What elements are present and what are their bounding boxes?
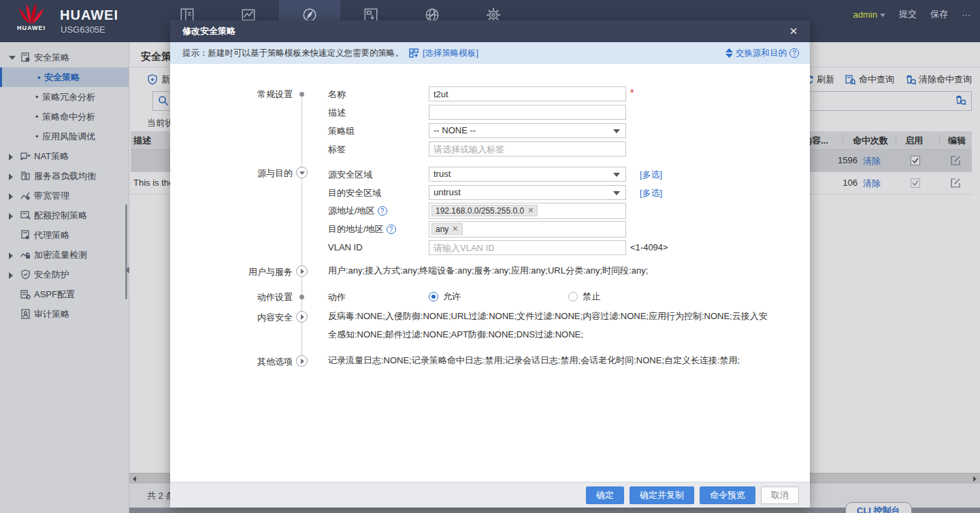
dst-addr-tag-input[interactable]: any✕: [429, 221, 626, 237]
huawei-flower-icon: [16, 3, 46, 24]
save-button[interactable]: 保存: [930, 8, 948, 20]
chevron-down-icon: [613, 191, 620, 195]
dialog-body: 常规设置 名称 * 描述 策略组 -- NONE -- 标签 源与目的 源安全区…: [170, 64, 810, 482]
dialog-hint-bar: 提示：新建时可以基于策略模板来快速定义您需要的策略。 [选择策略模板] 交换源和…: [170, 42, 810, 64]
section-dot-icon: [299, 295, 304, 299]
help-icon[interactable]: ?: [378, 206, 387, 216]
brand-name: HUAWEI: [60, 7, 118, 23]
chevron-down-icon: [299, 171, 305, 175]
submit-button[interactable]: 提交: [899, 8, 917, 20]
swap-source-dest-link[interactable]: 交换源和目的: [736, 48, 787, 59]
section-other-options: 其他选项: [184, 356, 293, 368]
vlan-label: VLAN ID: [328, 242, 363, 252]
dialog-footer: 确定 确定并复制 命令预览 取消: [170, 482, 810, 508]
address-chip: 192.168.0.0/255.255.0.0✕: [431, 205, 538, 216]
vlan-input[interactable]: [429, 240, 626, 255]
action-deny-label: 禁止: [583, 291, 600, 303]
select-template-link[interactable]: [选择策略模板]: [423, 48, 478, 59]
collapse-toggle-collapsed[interactable]: [296, 311, 308, 322]
dst-addr-label-text: 目的地址/地区: [328, 223, 384, 235]
chip-label: 192.168.0.0/255.255.0.0: [436, 206, 524, 216]
remove-chip-icon[interactable]: ✕: [527, 206, 534, 215]
src-addr-label: 源地址/地区 ?: [328, 205, 387, 217]
other-options-summary: 记录流量日志:NONE;记录策略命中日志:禁用;记录会话日志:禁用;会话老化时间…: [328, 351, 770, 369]
huawei-logo: HUAWEI: [10, 3, 53, 41]
chevron-right-icon: [301, 269, 304, 274]
policy-group-select[interactable]: -- NONE --: [429, 123, 626, 138]
description-label: 描述: [328, 107, 346, 119]
address-chip: any✕: [431, 223, 463, 235]
vlan-range-hint: <1-4094>: [630, 242, 668, 252]
action-allow-radio[interactable]: 允许: [429, 291, 461, 303]
src-zone-value: trust: [434, 169, 451, 179]
help-icon[interactable]: ?: [789, 48, 799, 58]
src-addr-tag-input[interactable]: 192.168.0.0/255.255.0.0✕: [429, 203, 626, 219]
collapse-toggle-expanded[interactable]: [296, 167, 308, 178]
chevron-right-icon: [301, 314, 304, 320]
name-label: 名称: [328, 88, 346, 101]
more-menu-button[interactable]: ···: [962, 10, 970, 20]
dst-addr-label: 目的地址/地区 ?: [328, 223, 396, 235]
radio-icon: [429, 292, 438, 301]
command-preview-button[interactable]: 命令预览: [700, 486, 755, 504]
content-security-summary: 反病毒:NONE;入侵防御:NONE;URL过滤:NONE;文件过滤:NONE;…: [328, 307, 770, 344]
policy-group-label: 策略组: [328, 125, 355, 137]
cancel-button[interactable]: 取消: [761, 486, 799, 504]
name-input[interactable]: [429, 86, 626, 101]
close-icon[interactable]: ✕: [787, 20, 800, 42]
collapse-toggle-collapsed[interactable]: [296, 265, 308, 277]
chevron-down-icon: [613, 129, 620, 133]
chevron-right-icon: [301, 359, 304, 364]
username: admin: [853, 10, 877, 20]
chip-label: any: [436, 225, 448, 234]
section-dot-icon: [299, 92, 304, 97]
dst-zone-label: 目的安全区域: [328, 187, 381, 199]
action-label: 动作: [328, 291, 346, 303]
description-input[interactable]: [429, 105, 626, 120]
src-zone-select[interactable]: trust: [429, 167, 626, 182]
user-menu[interactable]: admin: [853, 10, 885, 20]
radio-icon: [568, 292, 578, 301]
policy-group-value: -- NONE --: [434, 125, 476, 135]
help-icon[interactable]: ?: [387, 225, 396, 234]
template-grid-icon: [409, 48, 419, 58]
action-allow-label: 允许: [443, 291, 461, 303]
remove-chip-icon[interactable]: ✕: [452, 225, 458, 233]
tag-label: 标签: [328, 144, 346, 156]
dst-zone-select[interactable]: untrust: [429, 185, 626, 200]
collapse-toggle-collapsed[interactable]: [296, 355, 308, 367]
ok-button[interactable]: 确定: [586, 486, 624, 504]
logo-caption: HUAWEI: [10, 24, 53, 31]
section-user-service: 用户与服务: [184, 266, 293, 278]
action-deny-radio[interactable]: 禁止: [568, 291, 600, 303]
tag-input[interactable]: [429, 142, 626, 156]
device-model: USG6305E: [61, 24, 105, 35]
section-content-security: 内容安全: [184, 312, 293, 324]
modify-security-policy-dialog: 修改安全策略 ✕ 提示：新建时可以基于策略模板来快速定义您需要的策略。 [选择策…: [170, 20, 810, 508]
section-action: 动作设置: [184, 291, 293, 303]
dialog-title: 修改安全策略: [182, 26, 235, 36]
hint-text: 提示：新建时可以基于策略模板来快速定义您需要的策略。: [182, 48, 404, 59]
dialog-titlebar: 修改安全策略 ✕: [170, 20, 810, 42]
swap-icon: [725, 48, 733, 58]
chevron-down-icon: [613, 173, 620, 177]
ok-and-copy-button[interactable]: 确定并复制: [630, 486, 694, 504]
dst-zone-value: untrust: [434, 187, 461, 197]
src-zone-multiselect-link[interactable]: [多选]: [640, 169, 662, 181]
required-marker: *: [630, 87, 634, 98]
src-zone-label: 源安全区域: [328, 169, 372, 181]
dst-zone-multiselect-link[interactable]: [多选]: [640, 187, 662, 199]
chevron-down-icon: [880, 14, 885, 17]
section-general: 常规设置: [184, 88, 293, 101]
user-service-summary: 用户:any;接入方式:any;终端设备:any;服务:any;应用:any;U…: [328, 261, 770, 280]
src-addr-label-text: 源地址/地区: [328, 205, 375, 217]
section-source-dest: 源与目的: [184, 167, 293, 180]
